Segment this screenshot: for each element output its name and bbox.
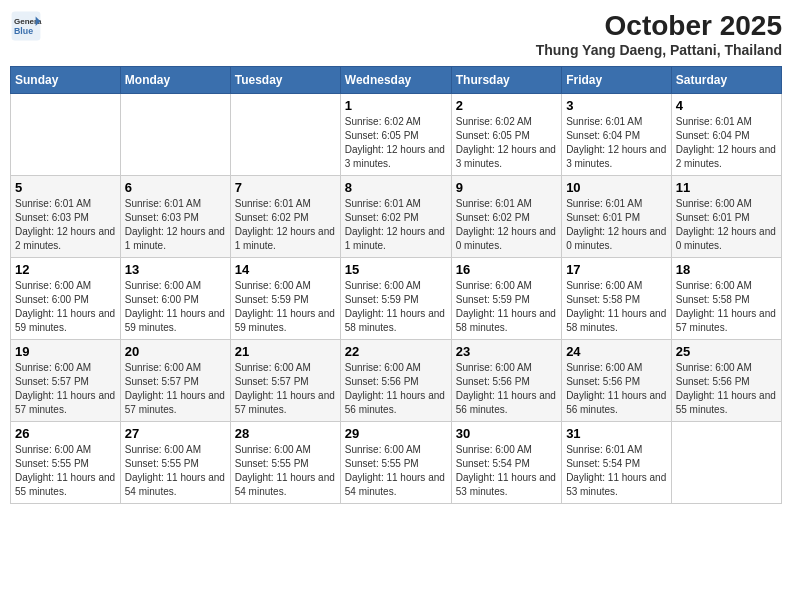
calendar-cell: 16Sunrise: 6:00 AM Sunset: 5:59 PM Dayli… [451, 258, 561, 340]
day-info: Sunrise: 6:00 AM Sunset: 5:55 PM Dayligh… [345, 443, 447, 499]
calendar-cell: 29Sunrise: 6:00 AM Sunset: 5:55 PM Dayli… [340, 422, 451, 504]
day-number: 22 [345, 344, 447, 359]
calendar-cell: 11Sunrise: 6:00 AM Sunset: 6:01 PM Dayli… [671, 176, 781, 258]
day-number: 20 [125, 344, 226, 359]
day-number: 24 [566, 344, 667, 359]
calendar-cell: 23Sunrise: 6:00 AM Sunset: 5:56 PM Dayli… [451, 340, 561, 422]
calendar-cell: 3Sunrise: 6:01 AM Sunset: 6:04 PM Daylig… [562, 94, 672, 176]
logo-icon: General Blue [10, 10, 42, 42]
calendar-cell: 8Sunrise: 6:01 AM Sunset: 6:02 PM Daylig… [340, 176, 451, 258]
page-title: October 2025 [536, 10, 782, 42]
header-sunday: Sunday [11, 67, 121, 94]
calendar-cell: 30Sunrise: 6:00 AM Sunset: 5:54 PM Dayli… [451, 422, 561, 504]
calendar-cell: 18Sunrise: 6:00 AM Sunset: 5:58 PM Dayli… [671, 258, 781, 340]
page-subtitle: Thung Yang Daeng, Pattani, Thailand [536, 42, 782, 58]
day-number: 3 [566, 98, 667, 113]
calendar-cell: 24Sunrise: 6:00 AM Sunset: 5:56 PM Dayli… [562, 340, 672, 422]
day-info: Sunrise: 6:00 AM Sunset: 5:59 PM Dayligh… [345, 279, 447, 335]
day-number: 26 [15, 426, 116, 441]
day-number: 16 [456, 262, 557, 277]
calendar-cell [120, 94, 230, 176]
header-saturday: Saturday [671, 67, 781, 94]
calendar-cell: 26Sunrise: 6:00 AM Sunset: 5:55 PM Dayli… [11, 422, 121, 504]
calendar-cell: 22Sunrise: 6:00 AM Sunset: 5:56 PM Dayli… [340, 340, 451, 422]
day-number: 14 [235, 262, 336, 277]
calendar-cell: 25Sunrise: 6:00 AM Sunset: 5:56 PM Dayli… [671, 340, 781, 422]
day-number: 2 [456, 98, 557, 113]
header-wednesday: Wednesday [340, 67, 451, 94]
calendar-cell: 31Sunrise: 6:01 AM Sunset: 5:54 PM Dayli… [562, 422, 672, 504]
day-number: 28 [235, 426, 336, 441]
day-number: 25 [676, 344, 777, 359]
calendar-cell: 17Sunrise: 6:00 AM Sunset: 5:58 PM Dayli… [562, 258, 672, 340]
calendar-cell: 28Sunrise: 6:00 AM Sunset: 5:55 PM Dayli… [230, 422, 340, 504]
day-info: Sunrise: 6:01 AM Sunset: 6:01 PM Dayligh… [566, 197, 667, 253]
day-info: Sunrise: 6:00 AM Sunset: 5:56 PM Dayligh… [566, 361, 667, 417]
day-number: 7 [235, 180, 336, 195]
logo: General Blue [10, 10, 42, 42]
day-info: Sunrise: 6:00 AM Sunset: 5:57 PM Dayligh… [235, 361, 336, 417]
day-info: Sunrise: 6:00 AM Sunset: 6:01 PM Dayligh… [676, 197, 777, 253]
day-info: Sunrise: 6:00 AM Sunset: 5:55 PM Dayligh… [15, 443, 116, 499]
day-info: Sunrise: 6:01 AM Sunset: 6:02 PM Dayligh… [235, 197, 336, 253]
header-friday: Friday [562, 67, 672, 94]
calendar-cell: 1Sunrise: 6:02 AM Sunset: 6:05 PM Daylig… [340, 94, 451, 176]
day-number: 5 [15, 180, 116, 195]
day-info: Sunrise: 6:01 AM Sunset: 6:02 PM Dayligh… [345, 197, 447, 253]
calendar-week-row: 12Sunrise: 6:00 AM Sunset: 6:00 PM Dayli… [11, 258, 782, 340]
calendar-cell [671, 422, 781, 504]
day-number: 27 [125, 426, 226, 441]
day-number: 13 [125, 262, 226, 277]
day-info: Sunrise: 6:01 AM Sunset: 6:02 PM Dayligh… [456, 197, 557, 253]
calendar-week-row: 19Sunrise: 6:00 AM Sunset: 5:57 PM Dayli… [11, 340, 782, 422]
day-info: Sunrise: 6:00 AM Sunset: 5:55 PM Dayligh… [235, 443, 336, 499]
day-info: Sunrise: 6:00 AM Sunset: 5:58 PM Dayligh… [676, 279, 777, 335]
day-number: 12 [15, 262, 116, 277]
calendar-cell: 4Sunrise: 6:01 AM Sunset: 6:04 PM Daylig… [671, 94, 781, 176]
day-number: 15 [345, 262, 447, 277]
day-number: 29 [345, 426, 447, 441]
calendar-cell: 14Sunrise: 6:00 AM Sunset: 5:59 PM Dayli… [230, 258, 340, 340]
day-number: 18 [676, 262, 777, 277]
calendar-week-row: 26Sunrise: 6:00 AM Sunset: 5:55 PM Dayli… [11, 422, 782, 504]
calendar-cell: 9Sunrise: 6:01 AM Sunset: 6:02 PM Daylig… [451, 176, 561, 258]
svg-text:Blue: Blue [14, 26, 33, 36]
calendar-cell [230, 94, 340, 176]
day-info: Sunrise: 6:02 AM Sunset: 6:05 PM Dayligh… [456, 115, 557, 171]
day-info: Sunrise: 6:00 AM Sunset: 5:56 PM Dayligh… [345, 361, 447, 417]
day-info: Sunrise: 6:01 AM Sunset: 6:03 PM Dayligh… [15, 197, 116, 253]
calendar-header-row: SundayMondayTuesdayWednesdayThursdayFrid… [11, 67, 782, 94]
day-info: Sunrise: 6:01 AM Sunset: 6:04 PM Dayligh… [676, 115, 777, 171]
day-info: Sunrise: 6:00 AM Sunset: 5:57 PM Dayligh… [125, 361, 226, 417]
header-thursday: Thursday [451, 67, 561, 94]
day-info: Sunrise: 6:00 AM Sunset: 6:00 PM Dayligh… [15, 279, 116, 335]
calendar-cell: 12Sunrise: 6:00 AM Sunset: 6:00 PM Dayli… [11, 258, 121, 340]
calendar-week-row: 1Sunrise: 6:02 AM Sunset: 6:05 PM Daylig… [11, 94, 782, 176]
day-info: Sunrise: 6:00 AM Sunset: 5:55 PM Dayligh… [125, 443, 226, 499]
header-monday: Monday [120, 67, 230, 94]
day-info: Sunrise: 6:00 AM Sunset: 5:59 PM Dayligh… [235, 279, 336, 335]
day-number: 9 [456, 180, 557, 195]
day-number: 4 [676, 98, 777, 113]
day-info: Sunrise: 6:01 AM Sunset: 6:04 PM Dayligh… [566, 115, 667, 171]
day-info: Sunrise: 6:00 AM Sunset: 5:56 PM Dayligh… [456, 361, 557, 417]
calendar-cell: 20Sunrise: 6:00 AM Sunset: 5:57 PM Dayli… [120, 340, 230, 422]
day-number: 31 [566, 426, 667, 441]
calendar-cell: 27Sunrise: 6:00 AM Sunset: 5:55 PM Dayli… [120, 422, 230, 504]
calendar-week-row: 5Sunrise: 6:01 AM Sunset: 6:03 PM Daylig… [11, 176, 782, 258]
day-info: Sunrise: 6:01 AM Sunset: 5:54 PM Dayligh… [566, 443, 667, 499]
day-info: Sunrise: 6:00 AM Sunset: 5:58 PM Dayligh… [566, 279, 667, 335]
header-tuesday: Tuesday [230, 67, 340, 94]
calendar-cell: 10Sunrise: 6:01 AM Sunset: 6:01 PM Dayli… [562, 176, 672, 258]
day-info: Sunrise: 6:00 AM Sunset: 5:54 PM Dayligh… [456, 443, 557, 499]
day-info: Sunrise: 6:00 AM Sunset: 5:59 PM Dayligh… [456, 279, 557, 335]
calendar-cell: 21Sunrise: 6:00 AM Sunset: 5:57 PM Dayli… [230, 340, 340, 422]
day-number: 19 [15, 344, 116, 359]
page-header: General Blue October 2025 Thung Yang Dae… [10, 10, 782, 58]
day-number: 11 [676, 180, 777, 195]
calendar-cell: 19Sunrise: 6:00 AM Sunset: 5:57 PM Dayli… [11, 340, 121, 422]
day-number: 8 [345, 180, 447, 195]
day-number: 1 [345, 98, 447, 113]
calendar-cell: 5Sunrise: 6:01 AM Sunset: 6:03 PM Daylig… [11, 176, 121, 258]
calendar-cell: 7Sunrise: 6:01 AM Sunset: 6:02 PM Daylig… [230, 176, 340, 258]
